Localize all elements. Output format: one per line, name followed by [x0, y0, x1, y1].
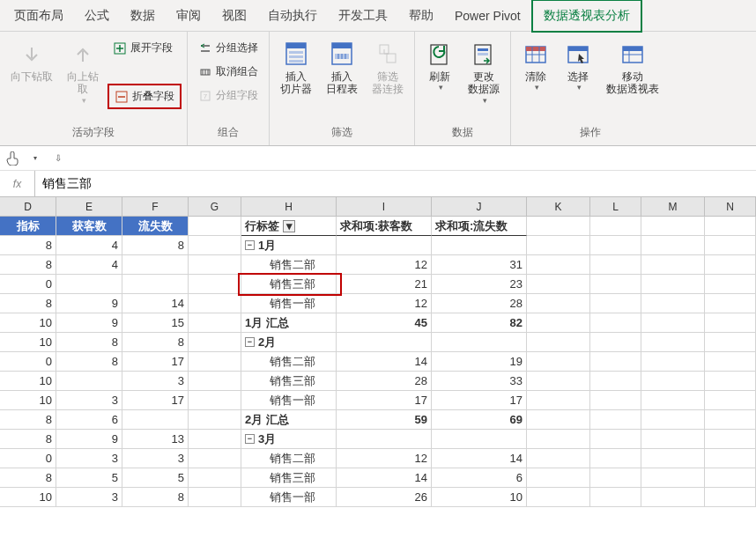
cell[interactable] — [641, 352, 705, 372]
cell[interactable] — [641, 294, 705, 313]
pivot-dept[interactable]: 销售二部 — [241, 352, 337, 372]
pivot-value[interactable]: 17 — [337, 391, 432, 410]
data-cell[interactable]: 8 — [122, 236, 189, 255]
move-pivot-button[interactable]: 移动 数据透视表 — [601, 37, 664, 99]
data-cell[interactable]: 13 — [122, 430, 189, 449]
cell[interactable] — [189, 217, 241, 236]
header-customers[interactable]: 获客数 — [56, 217, 122, 236]
formula-input[interactable] — [35, 171, 756, 196]
data-cell[interactable]: 3 — [122, 372, 189, 391]
collapse-icon[interactable]: − — [245, 240, 255, 250]
data-cell[interactable]: 4 — [56, 236, 122, 255]
pivot-value[interactable]: 14 — [337, 468, 432, 488]
cell[interactable] — [641, 313, 705, 333]
cell[interactable] — [641, 333, 705, 352]
collapse-icon[interactable]: − — [245, 337, 255, 347]
data-cell[interactable]: 8 — [56, 352, 122, 372]
cell[interactable] — [705, 410, 756, 430]
cell[interactable] — [705, 391, 756, 410]
pivot-value[interactable]: 19 — [432, 352, 527, 372]
data-cell[interactable] — [122, 275, 189, 294]
collapse-icon[interactable]: − — [245, 434, 255, 444]
pivot-value[interactable]: 28 — [337, 372, 432, 391]
cell[interactable] — [590, 410, 641, 430]
cell[interactable] — [590, 236, 641, 255]
pivot-value[interactable]: 14 — [337, 352, 432, 372]
data-cell[interactable]: 9 — [56, 294, 122, 313]
pivot-value[interactable]: 31 — [432, 255, 527, 275]
data-cell[interactable]: 0 — [0, 449, 56, 468]
cell[interactable] — [641, 468, 705, 488]
cell[interactable] — [705, 488, 756, 507]
col-header-F[interactable]: F — [122, 197, 189, 217]
group-selection-button[interactable]: 分组选择 — [193, 37, 263, 59]
cell[interactable] — [527, 449, 590, 468]
touch-mode-icon[interactable] — [5, 151, 19, 166]
col-header-J[interactable]: J — [432, 197, 527, 217]
pivot-value[interactable]: 10 — [432, 488, 527, 507]
ribbon-tab-7[interactable]: 帮助 — [398, 1, 444, 31]
cell[interactable] — [189, 391, 241, 410]
cell[interactable] — [641, 372, 705, 391]
pivot-value[interactable]: 12 — [337, 255, 432, 275]
worksheet[interactable]: DEFGHIJKLMN 指标获客数流失数行标签▾求和项:获客数求和项:流失数84… — [0, 197, 756, 507]
pivot-subtotal-value[interactable]: 59 — [337, 410, 432, 430]
cell[interactable] — [527, 294, 590, 313]
col-header-G[interactable]: G — [189, 197, 241, 217]
data-cell[interactable] — [56, 372, 122, 391]
pivot-month[interactable]: −1月 — [241, 236, 337, 255]
chevron-down-icon[interactable]: ▾ — [28, 151, 42, 166]
col-header-K[interactable]: K — [527, 197, 590, 217]
cell[interactable] — [705, 468, 756, 488]
cell[interactable] — [705, 333, 756, 352]
pivot-sum-customers-header[interactable]: 求和项:获客数 — [337, 217, 432, 236]
data-cell[interactable]: 10 — [0, 333, 56, 352]
cell[interactable] — [189, 352, 241, 372]
cell[interactable] — [590, 468, 641, 488]
data-cell[interactable]: 0 — [0, 275, 56, 294]
cell[interactable] — [590, 313, 641, 333]
insert-slicer-button[interactable]: 插入 切片器 — [275, 37, 317, 99]
cell[interactable] — [337, 430, 432, 449]
cell[interactable] — [705, 449, 756, 468]
pivot-sum-loss-header[interactable]: 求和项:流失数 — [432, 217, 527, 236]
cell[interactable] — [527, 217, 590, 236]
cell[interactable] — [527, 236, 590, 255]
pivot-value[interactable]: 21 — [337, 275, 432, 294]
cell[interactable] — [527, 333, 590, 352]
ribbon-tab-8[interactable]: Power Pivot — [444, 2, 531, 30]
col-header-L[interactable]: L — [590, 197, 641, 217]
pivot-dept[interactable]: 销售三部 — [241, 468, 337, 488]
collapse-field-button[interactable]: 折叠字段 — [107, 84, 182, 109]
pivot-dept[interactable]: 销售三部 — [241, 275, 337, 294]
cell[interactable] — [527, 468, 590, 488]
ribbon-tab-1[interactable]: 公式 — [74, 1, 120, 31]
data-cell[interactable] — [56, 275, 122, 294]
pivot-value[interactable]: 12 — [337, 294, 432, 313]
cell[interactable] — [705, 313, 756, 333]
pivot-dept[interactable]: 销售一部 — [241, 294, 337, 313]
data-cell[interactable]: 17 — [122, 391, 189, 410]
data-cell[interactable]: 9 — [56, 430, 122, 449]
pivot-dept[interactable]: 销售二部 — [241, 449, 337, 468]
ribbon-tab-6[interactable]: 开发工具 — [328, 1, 398, 31]
cell[interactable] — [705, 352, 756, 372]
cell[interactable] — [641, 410, 705, 430]
filter-dropdown-icon[interactable]: ▾ — [283, 220, 295, 232]
pivot-subtotal-value[interactable]: 69 — [432, 410, 527, 430]
data-cell[interactable]: 10 — [0, 372, 56, 391]
data-cell[interactable]: 3 — [56, 488, 122, 507]
cell[interactable] — [705, 255, 756, 275]
pivot-row-label-header[interactable]: 行标签▾ — [241, 217, 337, 236]
pivot-value[interactable]: 12 — [337, 449, 432, 468]
pivot-value[interactable]: 6 — [432, 468, 527, 488]
pivot-dept[interactable]: 销售二部 — [241, 255, 337, 275]
col-header-I[interactable]: I — [337, 197, 432, 217]
cell[interactable] — [527, 430, 590, 449]
data-cell[interactable] — [122, 255, 189, 275]
ribbon-tab-2[interactable]: 数据 — [120, 1, 166, 31]
ribbon-tab-3[interactable]: 审阅 — [166, 1, 211, 31]
cell[interactable] — [189, 410, 241, 430]
cell[interactable] — [189, 468, 241, 488]
pivot-value[interactable]: 17 — [432, 391, 527, 410]
